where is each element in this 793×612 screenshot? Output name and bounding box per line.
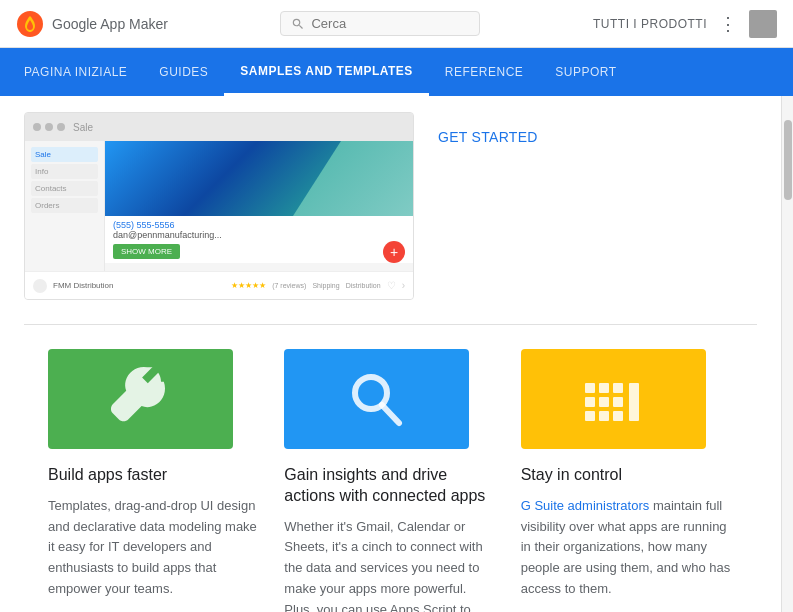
preview-dot-2 xyxy=(45,123,53,131)
logo-area: Google App Maker xyxy=(16,10,168,38)
preview-fab-button[interactable]: + xyxy=(383,241,405,263)
feature-card-control: Stay in control G Suite administrators m… xyxy=(521,349,733,612)
preview-tag-shipping: Shipping xyxy=(312,282,339,289)
preview-left-panel: Sale Info Contacts Orders xyxy=(25,141,105,271)
preview-card-top: Sale xyxy=(25,113,413,141)
preview-stars: ★★★★★ xyxy=(231,281,266,290)
preview-tab-label: Sale xyxy=(73,122,93,133)
svg-rect-4 xyxy=(599,383,609,393)
feature-card-build: Build apps faster Templates, drag-and-dr… xyxy=(48,349,260,612)
g-suite-administrators-link[interactable]: G Suite administrators xyxy=(521,498,650,513)
search-area xyxy=(168,11,593,36)
svg-line-2 xyxy=(382,405,399,423)
header-right: TUTTI I PRODOTTI ⋮ xyxy=(593,10,777,38)
search-icon xyxy=(291,17,305,31)
preview-arrow-icon: › xyxy=(402,280,405,291)
scrollbar[interactable] xyxy=(781,96,793,612)
profile-avatar[interactable] xyxy=(749,10,777,38)
preview-dot-1 xyxy=(33,123,41,131)
search-box[interactable] xyxy=(280,11,480,36)
get-started-area: GET STARTED xyxy=(438,112,538,300)
nav-item-samples-templates[interactable]: SAMPLES AND TEMPLATES xyxy=(224,48,429,96)
search-input[interactable] xyxy=(311,16,451,31)
feature-icon-box-grid xyxy=(521,349,706,449)
section-divider xyxy=(24,324,757,325)
preview-card: Sale Sale Info Contacts Orders xyxy=(24,112,414,300)
nav-item-guides[interactable]: GUIDES xyxy=(143,48,224,96)
logo-text: Google App Maker xyxy=(52,16,168,32)
building-icon xyxy=(581,367,645,431)
preview-banner xyxy=(105,141,413,216)
preview-dot-3 xyxy=(57,123,65,131)
wrench-icon xyxy=(109,367,173,431)
main-layout: Sale Sale Info Contacts Orders xyxy=(0,96,793,612)
svg-rect-10 xyxy=(599,411,609,421)
svg-rect-6 xyxy=(585,397,595,407)
feature-title-control: Stay in control xyxy=(521,465,733,486)
preview-left-item-sale: Sale xyxy=(31,147,98,162)
features-section: Build apps faster Templates, drag-and-dr… xyxy=(24,333,757,612)
preview-heart-icon[interactable]: ♡ xyxy=(387,280,396,291)
preview-main-panel: (555) 555-5556 dan@pennmanufacturing... … xyxy=(105,141,413,271)
scrollbar-thumb[interactable] xyxy=(784,120,792,200)
preview-show-more-button[interactable]: SHOW MORE xyxy=(113,244,180,259)
feature-desc-insights: Whether it's Gmail, Calendar or Sheets, … xyxy=(284,517,496,612)
svg-rect-5 xyxy=(613,383,623,393)
feature-title-build: Build apps faster xyxy=(48,465,260,486)
preview-left-item-3: Contacts xyxy=(31,181,98,196)
feature-desc-control: G Suite administrators maintain full vis… xyxy=(521,496,733,600)
svg-rect-8 xyxy=(613,397,623,407)
preview-bottom-bar: FMM Distribution ★★★★★ (7 reviews) Shipp… xyxy=(25,271,413,299)
feature-desc-build: Templates, drag-and-drop UI design and d… xyxy=(48,496,260,600)
nav-item-pagina-iniziale[interactable]: PAGINA INIZIALE xyxy=(8,48,143,96)
preview-tag-distribution: Distribution xyxy=(346,282,381,289)
app-maker-logo-icon xyxy=(16,10,44,38)
svg-rect-7 xyxy=(599,397,609,407)
preview-app-name: FMM Distribution xyxy=(53,281,225,290)
preview-section: Sale Sale Info Contacts Orders xyxy=(24,112,757,300)
preview-banner-overlay xyxy=(293,141,413,216)
more-options-icon[interactable]: ⋮ xyxy=(719,13,737,35)
preview-phone: (555) 555-5556 xyxy=(113,220,405,230)
header: Google App Maker TUTTI I PRODOTTI ⋮ xyxy=(0,0,793,48)
feature-title-insights: Gain insights and drive actions with con… xyxy=(284,465,496,507)
preview-reviews: (7 reviews) xyxy=(272,282,306,289)
feature-icon-box-wrench xyxy=(48,349,233,449)
magnifier-icon xyxy=(345,367,409,431)
feature-card-insights: Gain insights and drive actions with con… xyxy=(284,349,496,612)
svg-rect-12 xyxy=(629,383,639,421)
svg-rect-11 xyxy=(613,411,623,421)
preview-left-item-2: Info xyxy=(31,164,98,179)
preview-image-area: Sale Info Contacts Orders (555) 555-5 xyxy=(25,141,413,271)
preview-email: dan@pennmanufacturing... xyxy=(113,230,405,240)
preview-app-icon xyxy=(33,279,47,293)
feature-icon-box-search xyxy=(284,349,469,449)
navigation: PAGINA INIZIALE GUIDES SAMPLES AND TEMPL… xyxy=(0,48,793,96)
tutti-prodotti-button[interactable]: TUTTI I PRODOTTI xyxy=(593,17,707,31)
get-started-link[interactable]: GET STARTED xyxy=(438,129,538,145)
content-area: Sale Sale Info Contacts Orders xyxy=(0,96,781,612)
svg-rect-3 xyxy=(585,383,595,393)
preview-left-item-4: Orders xyxy=(31,198,98,213)
preview-form-area: (555) 555-5556 dan@pennmanufacturing... … xyxy=(105,216,413,263)
nav-item-reference[interactable]: REFERENCE xyxy=(429,48,540,96)
nav-item-support[interactable]: SUPPORT xyxy=(539,48,632,96)
svg-rect-9 xyxy=(585,411,595,421)
